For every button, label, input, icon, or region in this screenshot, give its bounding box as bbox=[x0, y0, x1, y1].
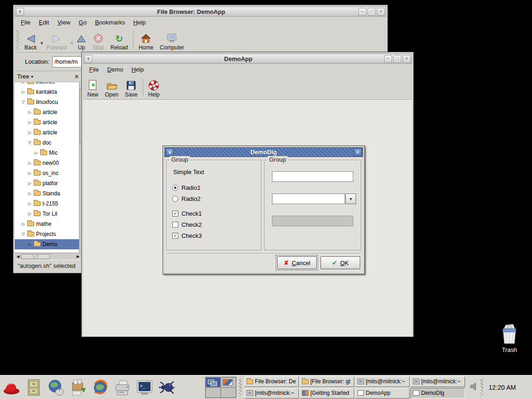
tree-horizontal-scrollbar[interactable]: ◀ ▶ bbox=[15, 253, 81, 260]
save-button[interactable]: Save bbox=[121, 76, 140, 99]
tree-item[interactable]: ▽doc bbox=[15, 138, 81, 148]
expander-icon[interactable]: ▽ bbox=[27, 140, 33, 145]
tree-item[interactable]: ▷article bbox=[15, 107, 81, 117]
expander-icon[interactable]: ▷ bbox=[20, 90, 26, 94]
taskbar-window-button[interactable]: [Getting Started bbox=[300, 388, 354, 399]
minimize-button[interactable]: − bbox=[384, 55, 392, 63]
package-manager-launcher[interactable] bbox=[68, 377, 88, 398]
tree-item[interactable]: ▷Standa bbox=[15, 188, 81, 199]
tree-item[interactable]: ▷article bbox=[15, 127, 81, 138]
menu-help[interactable]: Help bbox=[129, 18, 150, 27]
radio1-option[interactable]: Radio1 bbox=[172, 184, 200, 191]
clock-drag-handle[interactable] bbox=[481, 378, 483, 397]
combo-box[interactable]: ▾ bbox=[272, 193, 356, 204]
printer-launcher[interactable] bbox=[113, 377, 132, 398]
web-browser-launcher[interactable] bbox=[46, 377, 66, 398]
tree-item[interactable]: ▷os_inc bbox=[15, 168, 81, 178]
tree-item[interactable]: ▷internet bbox=[15, 82, 81, 87]
new-button[interactable]: New bbox=[84, 76, 102, 99]
expander-icon[interactable]: ▷ bbox=[27, 161, 33, 165]
ok-button[interactable]: ✔ OK bbox=[320, 256, 360, 269]
close-button[interactable]: × bbox=[403, 55, 411, 63]
tree-item[interactable]: ▷new00 bbox=[15, 158, 81, 168]
taskbar-window-button[interactable]: File Browser: De bbox=[244, 376, 299, 387]
menu-demo[interactable]: Demo bbox=[103, 65, 127, 74]
tree-item-selected[interactable]: ▷Demo bbox=[15, 239, 81, 249]
expander-icon[interactable]: ▷ bbox=[27, 110, 33, 115]
open-button[interactable]: Open bbox=[102, 76, 121, 99]
expander-icon[interactable]: ▷ bbox=[27, 191, 33, 196]
cancel-button[interactable]: ✘ Cancel bbox=[277, 256, 317, 269]
text-input[interactable] bbox=[272, 171, 353, 182]
reload-button[interactable]: ↻ Reload bbox=[107, 29, 131, 52]
expander-icon[interactable]: ▷ bbox=[27, 242, 33, 247]
expander-icon[interactable]: ▽ bbox=[20, 100, 26, 104]
workspace-1-active[interactable] bbox=[206, 377, 221, 387]
home-button[interactable]: Home bbox=[135, 29, 157, 52]
close-button[interactable]: × bbox=[377, 8, 385, 16]
file-browser-titlebar[interactable]: ∨ File Browser: DemoApp − □ × bbox=[15, 6, 386, 17]
checkbox-unchecked-icon[interactable] bbox=[172, 222, 178, 228]
maximize-button[interactable]: □ bbox=[368, 8, 375, 16]
help-button[interactable]: Help bbox=[145, 76, 163, 99]
workspace-2[interactable] bbox=[221, 377, 236, 387]
menu-file[interactable]: File bbox=[17, 18, 35, 27]
workspace-3[interactable] bbox=[206, 387, 221, 398]
tree-item[interactable]: ▽linuxfocu bbox=[15, 97, 81, 107]
expander-icon[interactable]: ▷ bbox=[27, 181, 33, 186]
back-dropdown-chevron-icon[interactable]: ∨ bbox=[40, 29, 43, 52]
expander-icon[interactable]: ▷ bbox=[20, 222, 26, 226]
tree-item[interactable]: ▷mathe bbox=[15, 219, 81, 229]
mozilla-browser-launcher[interactable] bbox=[91, 377, 110, 398]
close-button[interactable]: × bbox=[354, 148, 362, 156]
taskbar-window-button-active[interactable]: DemoDlg bbox=[411, 388, 465, 399]
scrollbar-thumb[interactable] bbox=[21, 254, 50, 259]
checkbox-checked-icon[interactable]: ✓ bbox=[172, 211, 178, 217]
tree-item[interactable]: ▷Mic bbox=[15, 148, 81, 158]
check3-option[interactable]: ✓ Check3 bbox=[172, 232, 202, 239]
window-menu-button[interactable]: ∨ bbox=[166, 148, 174, 156]
tree-item[interactable]: ▷article bbox=[15, 117, 81, 127]
tree-item[interactable]: ▷Tor Lil bbox=[15, 209, 81, 219]
demodlg-titlebar[interactable]: ∨ DemoDlg × bbox=[164, 147, 363, 157]
expander-icon[interactable]: ▷ bbox=[20, 82, 26, 84]
demoapp-titlebar[interactable]: ∨ DemoApp − □ × bbox=[83, 54, 412, 64]
menu-help[interactable]: Help bbox=[127, 65, 148, 74]
file-cabinet-launcher[interactable] bbox=[24, 377, 43, 398]
stop-button[interactable]: Stop bbox=[89, 29, 107, 52]
check1-option[interactable]: ✓ Check1 bbox=[172, 210, 202, 217]
check2-option[interactable]: Check2 bbox=[172, 221, 202, 228]
combo-input[interactable] bbox=[272, 193, 345, 204]
window-menu-button[interactable]: ∨ bbox=[85, 55, 92, 63]
workspace-4[interactable] bbox=[221, 387, 236, 398]
tree-item[interactable]: ▷platfor bbox=[15, 178, 81, 188]
combo-dropdown-button[interactable]: ▾ bbox=[345, 193, 356, 204]
menu-bookmarks[interactable]: Bookmarks bbox=[91, 18, 129, 27]
expander-icon[interactable]: ▷ bbox=[27, 120, 33, 125]
forward-button[interactable]: Forward bbox=[43, 29, 70, 52]
back-button[interactable]: Back bbox=[21, 29, 40, 52]
expander-icon[interactable]: ▷ bbox=[33, 151, 39, 155]
sidebar-view-label[interactable]: Tree bbox=[17, 73, 29, 80]
expander-icon[interactable]: ▷ bbox=[27, 212, 33, 216]
taskbar-window-button[interactable]: [mits@mitnick:~ bbox=[411, 376, 465, 387]
bug-reporter-launcher[interactable] bbox=[157, 377, 176, 398]
computer-button[interactable]: Computer bbox=[157, 29, 187, 52]
window-menu-button[interactable]: ∨ bbox=[16, 8, 24, 16]
sidebar-view-dropdown-icon[interactable]: ▾ bbox=[31, 74, 33, 79]
toolbar-drag-handle[interactable] bbox=[16, 30, 19, 50]
maximize-button[interactable]: □ bbox=[393, 55, 401, 63]
terminal-launcher[interactable]: >_ bbox=[135, 377, 154, 398]
expander-icon[interactable]: ▽ bbox=[20, 232, 26, 236]
expander-icon[interactable]: ▷ bbox=[27, 171, 33, 175]
trash-desktop-icon[interactable]: Trash bbox=[491, 323, 527, 353]
expander-icon[interactable]: ▷ bbox=[27, 201, 33, 206]
menu-view[interactable]: View bbox=[53, 18, 74, 27]
checkbox-checked-icon[interactable]: ✓ bbox=[172, 233, 178, 239]
minimize-button[interactable]: − bbox=[358, 8, 366, 16]
scroll-left-icon[interactable]: ◀ bbox=[15, 254, 21, 259]
forward-dropdown-chevron-icon[interactable]: ∨ bbox=[70, 29, 73, 52]
red-hat-main-menu-button[interactable] bbox=[2, 377, 21, 398]
taskbar-window-button[interactable]: [File Browser: gt bbox=[300, 376, 354, 387]
scroll-right-icon[interactable]: ▶ bbox=[75, 254, 81, 259]
